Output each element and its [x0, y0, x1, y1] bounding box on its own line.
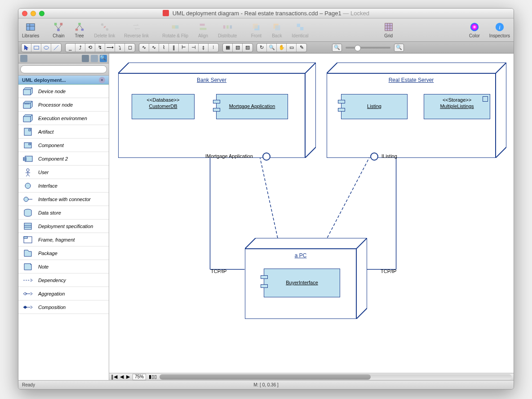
library-item[interactable]: User	[18, 166, 109, 179]
front-button[interactable]: Front	[250, 22, 262, 38]
zoom-tool[interactable]: 🔍	[267, 44, 277, 52]
library-item-label: Frame, fragment	[38, 237, 75, 242]
path-3[interactable]: ⌇	[159, 44, 169, 52]
close-library-icon[interactable]: ×	[99, 77, 105, 83]
page-tabs[interactable]: ▮▯▯	[149, 374, 157, 380]
ellipse-tool[interactable]	[41, 44, 51, 52]
multiple-listings-component[interactable]: <<Storage>> MultipleListings	[424, 94, 490, 119]
refresh-tool[interactable]: ↻	[257, 44, 267, 52]
line-tool[interactable]	[51, 44, 61, 52]
delete-link-button[interactable]: Delete link	[94, 22, 115, 38]
align-button[interactable]: Align	[197, 22, 209, 38]
zoom-in-button[interactable]: 🔍	[394, 44, 404, 52]
page-nav-first[interactable]: ‖◀	[111, 374, 117, 380]
crop-tool[interactable]: ▭	[287, 44, 297, 52]
connector-2[interactable]: ⤴	[75, 44, 85, 52]
library-item[interactable]: Processor node	[18, 98, 109, 112]
path-8[interactable]: ⁝	[208, 44, 218, 52]
customer-db-component[interactable]: <<Database>> CustomerDB	[132, 94, 195, 119]
search-icon[interactable]: 🔍	[100, 55, 107, 62]
library-item[interactable]: Data store	[18, 206, 109, 220]
path-4[interactable]: ‖	[169, 44, 179, 52]
connector-5[interactable]: ⟶	[105, 44, 115, 52]
library-icon[interactable]	[20, 55, 27, 62]
svg-rect-60	[23, 159, 26, 161]
path-7[interactable]: ‡	[199, 44, 208, 52]
library-item[interactable]: Artifact	[18, 125, 109, 139]
svg-point-61	[27, 169, 29, 171]
page-nav-prev[interactable]: ◀	[120, 374, 124, 380]
listing-component[interactable]: Listing	[341, 94, 408, 119]
library-item-label: Device node	[38, 89, 66, 94]
reverse-link-button[interactable]: Reverse link	[124, 22, 149, 38]
svg-rect-9	[75, 29, 78, 31]
path-6[interactable]: ⊣	[189, 44, 199, 52]
library-item[interactable]: Dependency	[18, 273, 109, 287]
connector-4[interactable]: ↯	[95, 44, 105, 52]
group-3[interactable]: ▨	[243, 44, 253, 52]
library-item[interactable]: Device node	[18, 85, 109, 98]
library-item[interactable]: Interface with connector	[18, 193, 109, 206]
search-input[interactable]	[20, 65, 107, 73]
list-view-icon[interactable]	[91, 55, 98, 62]
libraries-button[interactable]: Libraries	[22, 22, 39, 38]
zoom-slider[interactable]	[346, 47, 390, 49]
eyedropper-tool[interactable]: ✎	[297, 44, 306, 52]
library-item[interactable]: Composition	[18, 300, 109, 314]
distribute-button[interactable]: Distribute	[218, 22, 237, 38]
pan-tool[interactable]: ✋	[277, 44, 287, 52]
svg-marker-79	[23, 306, 27, 309]
hscroll-track[interactable]	[160, 374, 512, 380]
ilisting-interface[interactable]	[370, 152, 378, 161]
imortgage-interface[interactable]	[262, 152, 270, 161]
library-item[interactable]: Frame, fragment	[18, 233, 109, 247]
grid-view-icon[interactable]	[82, 55, 89, 62]
library-item-icon	[22, 235, 34, 245]
svg-rect-20	[200, 28, 207, 30]
path-1[interactable]: ∿	[139, 44, 149, 52]
main-area: 🔍 UML deployment... × Device nodeProcess…	[18, 54, 514, 380]
grid-button[interactable]: Grid	[383, 22, 395, 38]
inspectors-button[interactable]: iInspectors	[489, 22, 510, 38]
library-item[interactable]: Execution environmen	[18, 112, 109, 125]
connector-3[interactable]: ⟲	[85, 44, 95, 52]
library-item-icon	[22, 100, 34, 110]
svg-rect-23	[230, 25, 232, 28]
mortgage-app-component[interactable]: Mortgage Application	[216, 94, 288, 119]
library-item-icon	[22, 181, 34, 191]
hscroll-thumb[interactable]	[160, 374, 371, 380]
buyer-interface-component[interactable]: BuyerInterface	[264, 269, 340, 297]
group-2[interactable]: ▧	[233, 44, 243, 52]
chain-button[interactable]: Chain	[53, 22, 64, 38]
library-item[interactable]: Component	[18, 139, 109, 152]
zoom-out-button[interactable]: 🔍	[332, 44, 342, 52]
zoom-readout[interactable]: 75%	[133, 374, 146, 380]
path-5[interactable]: ⊢	[179, 44, 189, 52]
identical-button[interactable]: Identical	[292, 22, 308, 38]
library-header[interactable]: UML deployment... ×	[18, 76, 109, 85]
connector-6[interactable]: ⤵	[115, 44, 125, 52]
connector-1[interactable]: ⎯	[66, 44, 75, 52]
library-item[interactable]: Aggregation	[18, 287, 109, 300]
rect-tool[interactable]	[31, 44, 41, 52]
svg-rect-10	[81, 29, 84, 31]
customer-db-stereotype: <<Database>>	[132, 94, 194, 103]
library-item-label: Data store	[38, 210, 61, 215]
library-item[interactable]: Note	[18, 260, 109, 273]
group-1[interactable]: ▦	[223, 44, 233, 52]
page-nav-next[interactable]: ▶	[126, 374, 130, 380]
svg-rect-29	[300, 27, 303, 30]
library-item[interactable]: Component 2	[18, 152, 109, 166]
library-item[interactable]: Package	[18, 247, 109, 260]
library-item[interactable]: Interface	[18, 179, 109, 193]
connector-7[interactable]: ◻	[125, 44, 135, 52]
pointer-tool[interactable]	[22, 44, 31, 52]
color-button[interactable]: Color	[469, 22, 480, 38]
canvas[interactable]: Bank Server <<Database>> CustomerDB Mort…	[109, 54, 514, 373]
library-item[interactable]: Deployment specification	[18, 220, 109, 233]
tree-button[interactable]: Tree	[74, 22, 85, 38]
back-button[interactable]: Back	[271, 22, 283, 38]
path-2[interactable]: ∿	[149, 44, 159, 52]
library-item-label: Aggregation	[38, 291, 65, 296]
rotate-flip-button[interactable]: Rotate & Flip	[162, 22, 188, 38]
